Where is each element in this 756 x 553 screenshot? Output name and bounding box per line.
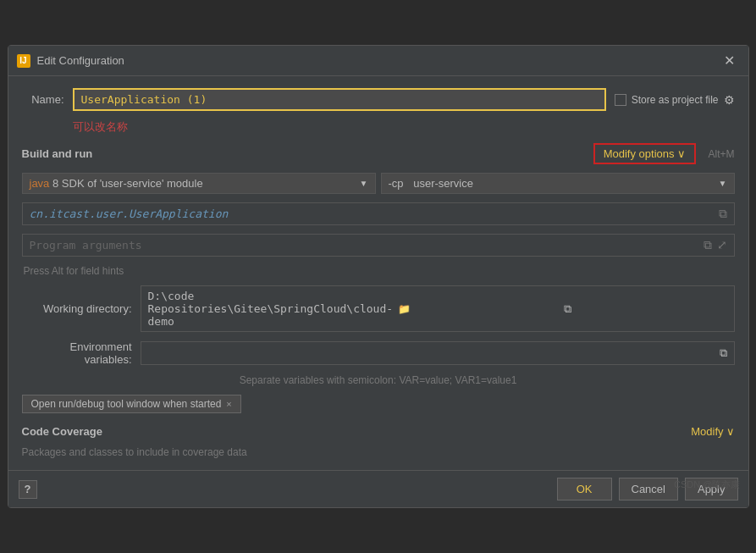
env-vars-copy-icon[interactable]: ⧉ — [720, 346, 727, 360]
store-project-label: Store as project file — [632, 94, 719, 106]
close-button[interactable]: ✕ — [719, 51, 740, 70]
name-row: Name: Store as project file ⚙ — [22, 88, 735, 111]
gear-icon[interactable]: ⚙ — [724, 93, 735, 107]
store-project-container: Store as project file ⚙ — [615, 93, 735, 107]
working-dir-label: Working directory: — [22, 302, 132, 315]
working-dir-field[interactable]: D:\code Repositories\Gitee\SpringCloud\c… — [141, 285, 735, 332]
tag-label: Open run/debug tool window when started — [31, 398, 222, 410]
sdk-dropdown-arrow: ▼ — [360, 179, 368, 188]
name-label: Name: — [22, 93, 64, 106]
coverage-modify-arrow: ∨ — [726, 425, 735, 438]
modify-options-arrow: ∨ — [677, 147, 686, 160]
sdk-text: java 8 SDK of 'user-service' module — [30, 177, 203, 190]
app-icon: IJ — [17, 54, 30, 68]
title-bar-left: IJ Edit Configuration — [17, 54, 124, 68]
name-input[interactable] — [73, 88, 606, 111]
modify-alt-shortcut: Alt+M — [708, 148, 734, 160]
args-placeholder[interactable]: Program arguments — [30, 239, 704, 252]
sdk-keyword: java — [30, 177, 50, 190]
field-hint-text: Press Alt for field hints — [24, 265, 735, 277]
rename-hint: 可以改名称 — [73, 119, 735, 135]
args-field-row: Program arguments ⧉ ⤢ — [22, 234, 735, 257]
sdk-rest: SDK of 'user-service' module — [62, 177, 203, 190]
cp-select[interactable]: -cp user-service ▼ — [381, 173, 735, 194]
working-dir-copy-icon[interactable]: ⧉ — [564, 302, 726, 316]
modify-options-label: Modify options — [604, 147, 675, 160]
store-project-checkbox[interactable] — [615, 94, 626, 106]
env-separator-text: Separate variables with semicolon: VAR=v… — [22, 374, 735, 386]
coverage-modify-button[interactable]: Modify ∨ — [691, 425, 734, 438]
coverage-sub-label: Packages and classes to include in cover… — [22, 446, 735, 458]
build-run-title: Build and run — [22, 147, 93, 160]
help-button[interactable]: ? — [19, 480, 37, 499]
args-icons: ⧉ ⤢ — [704, 238, 727, 252]
class-text[interactable]: cn.itcast.user.UserApplication — [30, 207, 719, 220]
coverage-modify-label: Modify — [691, 425, 723, 438]
cp-dropdown-arrow: ▼ — [719, 179, 727, 188]
open-tool-window-tag: Open run/debug tool window when started … — [22, 395, 241, 413]
modify-options-button[interactable]: Modify options ∨ — [593, 143, 697, 164]
tag-row: Open run/debug tool window when started … — [22, 395, 735, 413]
coverage-title: Code Coverage — [22, 425, 102, 438]
args-copy-icon[interactable]: ⧉ — [704, 238, 712, 252]
working-dir-folder-icon[interactable]: 📁 — [398, 303, 560, 315]
cancel-button[interactable]: Cancel — [619, 478, 678, 500]
title-bar: IJ Edit Configuration ✕ — [8, 46, 748, 76]
edit-configuration-dialog: IJ Edit Configuration ✕ Name: Store as p… — [8, 45, 749, 508]
env-vars-row: Environment variables: ⧉ — [22, 340, 735, 366]
env-vars-field[interactable]: ⧉ — [141, 341, 735, 365]
working-dir-value: D:\code Repositories\Gitee\SpringCloud\c… — [148, 290, 394, 328]
sdk-row: java 8 SDK of 'user-service' module ▼ -c… — [22, 173, 735, 194]
sdk-version: 8 — [52, 177, 58, 190]
class-copy-icon[interactable]: ⧉ — [719, 207, 727, 221]
cp-label-text: -cp user-service — [389, 177, 473, 190]
env-vars-label: Environment variables: — [22, 340, 132, 366]
working-dir-row: Working directory: D:\code Repositories\… — [22, 285, 735, 332]
sdk-select[interactable]: java 8 SDK of 'user-service' module ▼ — [22, 173, 376, 194]
build-run-header: Build and run Modify options ∨ Alt+M — [22, 143, 735, 164]
dialog-footer: ? OK Cancel Apply — [8, 470, 748, 507]
ok-button[interactable]: OK — [557, 478, 612, 500]
coverage-section: Code Coverage Modify ∨ — [22, 425, 735, 438]
args-expand-icon[interactable]: ⤢ — [717, 238, 727, 252]
dialog-title: Edit Configuration — [37, 54, 124, 67]
dialog-content: Name: Store as project file ⚙ 可以改名称 Buil… — [8, 76, 748, 470]
watermark: CSDN @陈亦康 — [674, 478, 740, 491]
tag-close-button[interactable]: × — [226, 399, 231, 409]
class-field-row: cn.itcast.user.UserApplication ⧉ — [22, 202, 735, 225]
